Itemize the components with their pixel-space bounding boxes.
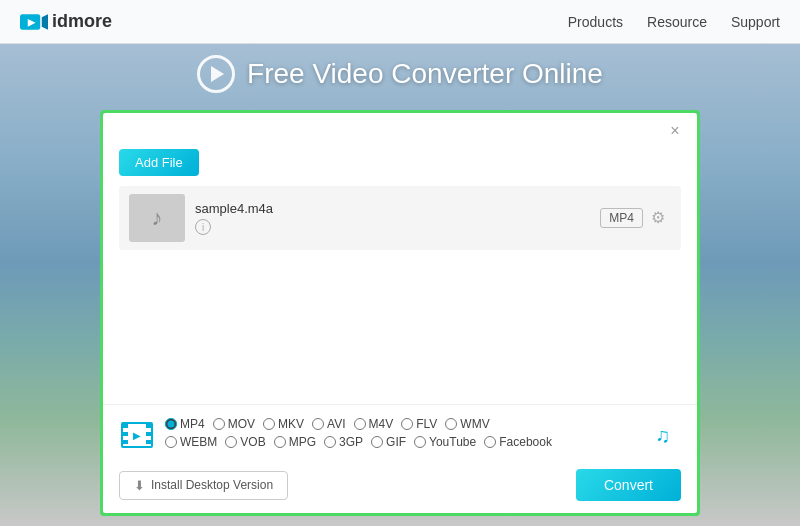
format-m4v[interactable]: M4V bbox=[354, 417, 394, 431]
install-label: Install Desktop Version bbox=[151, 478, 273, 492]
radio-avi[interactable] bbox=[312, 418, 324, 430]
close-button[interactable]: × bbox=[665, 121, 685, 141]
panel-toolbar: Add File bbox=[103, 145, 697, 186]
hero-title-text: Free Video Converter Online bbox=[247, 58, 603, 90]
audio-note-icon: ♫ bbox=[656, 424, 671, 447]
format-gif[interactable]: GIF bbox=[371, 435, 406, 449]
music-note-icon: ♪ bbox=[152, 205, 163, 231]
convert-button[interactable]: Convert bbox=[576, 469, 681, 501]
format-badge: MP4 bbox=[600, 208, 643, 228]
nav-products[interactable]: Products bbox=[568, 14, 623, 30]
radio-mp4[interactable] bbox=[165, 418, 177, 430]
format-row-2: WEBM VOB MPG 3GP GIF YouT bbox=[165, 435, 635, 449]
format-3gp[interactable]: 3GP bbox=[324, 435, 363, 449]
radio-flv[interactable] bbox=[401, 418, 413, 430]
logo-text: idmore bbox=[52, 11, 112, 32]
format-mpg[interactable]: MPG bbox=[274, 435, 316, 449]
format-vob[interactable]: VOB bbox=[225, 435, 265, 449]
audio-format-icon: ♫ bbox=[645, 417, 681, 453]
download-icon: ⬇ bbox=[134, 478, 145, 493]
format-row-1: MP4 MOV MKV AVI M4V FLV bbox=[165, 417, 635, 431]
format-avi[interactable]: AVI bbox=[312, 417, 345, 431]
format-mp4[interactable]: MP4 bbox=[165, 417, 205, 431]
radio-wmv[interactable] bbox=[445, 418, 457, 430]
add-file-button[interactable]: Add File bbox=[119, 149, 199, 176]
radio-mkv[interactable] bbox=[263, 418, 275, 430]
info-icon[interactable]: i bbox=[195, 219, 211, 235]
logo: idmore bbox=[20, 11, 112, 33]
video-format-icon: ▶ bbox=[119, 417, 155, 453]
file-thumbnail: ♪ bbox=[129, 194, 185, 242]
format-youtube[interactable]: YouTube bbox=[414, 435, 476, 449]
format-facebook[interactable]: Facebook bbox=[484, 435, 552, 449]
radio-youtube[interactable] bbox=[414, 436, 426, 448]
navbar: idmore Products Resource Support bbox=[0, 0, 800, 44]
format-selector: ▶ MP4 MOV MKV AVI bbox=[103, 404, 697, 461]
play-icon bbox=[197, 55, 235, 93]
navbar-links: Products Resource Support bbox=[568, 14, 780, 30]
format-mov[interactable]: MOV bbox=[213, 417, 255, 431]
logo-icon bbox=[20, 11, 48, 33]
radio-m4v[interactable] bbox=[354, 418, 366, 430]
radio-gif[interactable] bbox=[371, 436, 383, 448]
format-flv[interactable]: FLV bbox=[401, 417, 437, 431]
format-options: MP4 MOV MKV AVI M4V FLV bbox=[165, 417, 635, 449]
file-list: ♪ sample4.m4a i MP4 ⚙ bbox=[103, 186, 697, 404]
radio-mpg[interactable] bbox=[274, 436, 286, 448]
converter-panel: × Add File ♪ sample4.m4a i MP4 ⚙ bbox=[103, 113, 697, 513]
radio-3gp[interactable] bbox=[324, 436, 336, 448]
nav-support[interactable]: Support bbox=[731, 14, 780, 30]
radio-facebook[interactable] bbox=[484, 436, 496, 448]
film-icon: ▶ bbox=[121, 422, 153, 448]
install-desktop-button[interactable]: ⬇ Install Desktop Version bbox=[119, 471, 288, 500]
format-webm[interactable]: WEBM bbox=[165, 435, 217, 449]
hero-section: Free Video Converter Online bbox=[0, 55, 800, 93]
radio-vob[interactable] bbox=[225, 436, 237, 448]
file-info: sample4.m4a i bbox=[195, 201, 590, 235]
radio-webm[interactable] bbox=[165, 436, 177, 448]
settings-icon[interactable]: ⚙ bbox=[651, 208, 671, 228]
hero-title: Free Video Converter Online bbox=[0, 55, 800, 93]
file-format-area: MP4 ⚙ bbox=[600, 208, 671, 228]
converter-panel-wrapper: × Add File ♪ sample4.m4a i MP4 ⚙ bbox=[100, 110, 700, 516]
file-name: sample4.m4a bbox=[195, 201, 590, 216]
file-item: ♪ sample4.m4a i MP4 ⚙ bbox=[119, 186, 681, 250]
format-mkv[interactable]: MKV bbox=[263, 417, 304, 431]
panel-footer: ⬇ Install Desktop Version Convert bbox=[103, 461, 697, 513]
radio-mov[interactable] bbox=[213, 418, 225, 430]
panel-header: × bbox=[103, 113, 697, 145]
format-wmv[interactable]: WMV bbox=[445, 417, 489, 431]
nav-resource[interactable]: Resource bbox=[647, 14, 707, 30]
film-label: ▶ bbox=[133, 430, 141, 441]
